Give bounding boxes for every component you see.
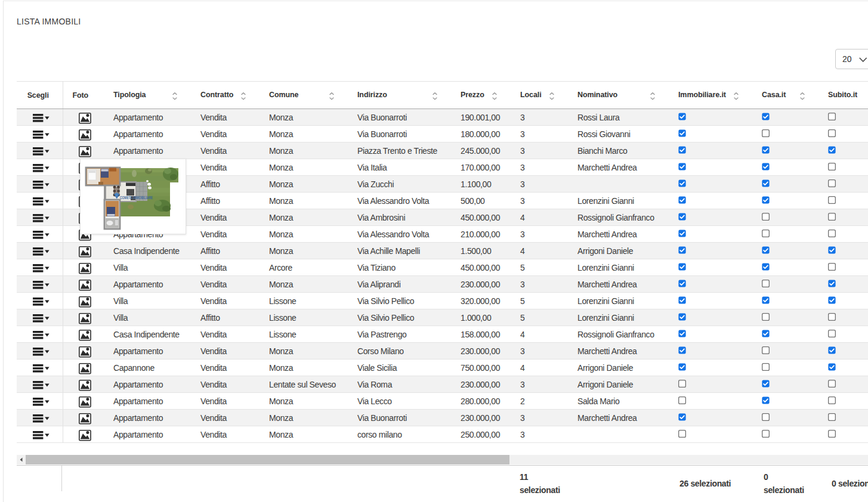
- svg-text:COMETA IMMOBILIARE: COMETA IMMOBILIARE: [120, 196, 153, 200]
